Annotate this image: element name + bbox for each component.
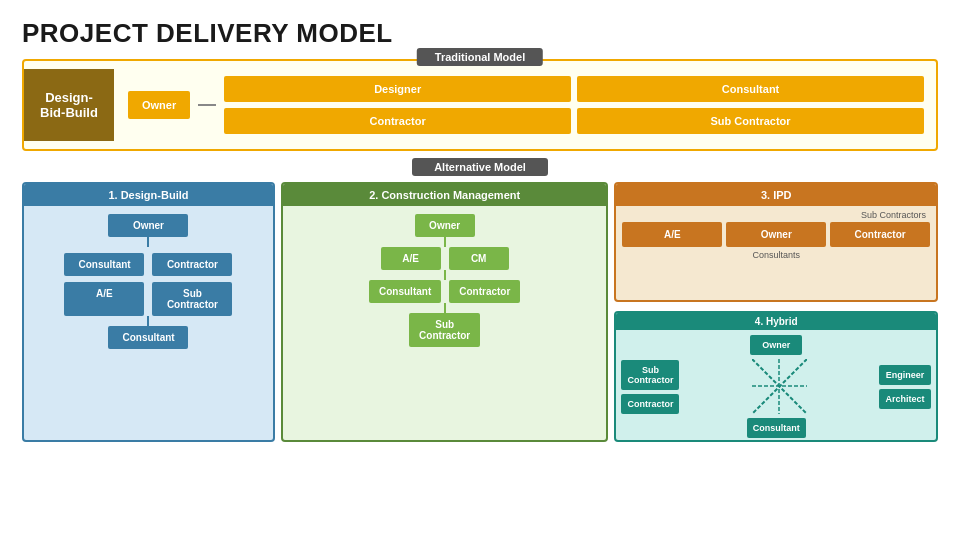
panel-ipd: 3. IPD Sub Contractors A/E Owner Contrac…	[614, 182, 938, 302]
cm-connector-1	[444, 237, 446, 247]
db-row-1: Consultant Contractor	[64, 253, 232, 276]
panel-design-build: 1. Design-Build Owner Consultant Contrac…	[22, 182, 275, 442]
ipd-row-1: A/E Owner Contractor	[622, 222, 930, 247]
hybrid-cross-area	[685, 359, 873, 414]
panel-cm-header: 2. Construction Management	[283, 184, 607, 206]
hybrid-contractor-box: Contractor	[621, 394, 679, 414]
design-bid-build-box: Design-Bid-Build	[24, 69, 114, 141]
cm-row-2: Consultant Contractor	[369, 280, 520, 303]
trad-consultant-box: Consultant	[577, 76, 924, 102]
panel-design-build-header: 1. Design-Build	[24, 184, 273, 206]
hybrid-consultant-row: Consultant	[621, 418, 931, 438]
cm-row-1: A/E CM	[381, 247, 509, 270]
db-connector-1	[147, 237, 149, 247]
traditional-model-label: Traditional Model	[417, 48, 543, 66]
db-bottom-consultant-box: Consultant	[108, 326, 188, 349]
cm-connector-3	[444, 303, 446, 313]
hybrid-header: 4. Hybrid	[616, 313, 936, 330]
cm-contractor-box: Contractor	[449, 280, 520, 303]
trad-right-grid: Designer Consultant Contractor Sub Contr…	[224, 76, 924, 134]
panel-ipd-header: 3. IPD	[616, 184, 936, 206]
db-row-2: A/E Sub Contractor	[64, 282, 232, 316]
cm-ae-box: A/E	[381, 247, 441, 270]
cm-connector-2	[444, 270, 446, 280]
hybrid-layout: Owner Sub Contractor Contractor	[621, 335, 931, 438]
cm-owner-box: Owner	[415, 214, 475, 237]
hybrid-owner-box: Owner	[750, 335, 802, 355]
hybrid-cross-svg	[752, 359, 807, 414]
ipd-consultants-label: Consultants	[622, 250, 930, 260]
hybrid-sub-contractor-box: Sub Contractor	[621, 360, 679, 390]
ipd-ae-box: A/E	[622, 222, 722, 247]
panel-ipd-hybrid-stack: 3. IPD Sub Contractors A/E Owner Contrac…	[614, 182, 938, 442]
db-connector-2	[147, 316, 149, 326]
db-consultant-box: Consultant	[64, 253, 144, 276]
trad-subcontractor-box: Sub Contractor	[577, 108, 924, 134]
hybrid-right-col: Engineer Architect	[879, 365, 931, 409]
panel-cm-body: Owner A/E CM Consultant Contractor Sub C…	[283, 206, 607, 440]
panel-hybrid: 4. Hybrid Owner Sub Contractor Contracto…	[614, 311, 938, 442]
panel-design-build-body: Owner Consultant Contractor A/E Sub Cont…	[24, 206, 273, 440]
db-owner-box: Owner	[108, 214, 188, 237]
panel-construction-mgmt: 2. Construction Management Owner A/E CM …	[281, 182, 609, 442]
ipd-sub-contractors-label: Sub Contractors	[622, 210, 930, 220]
db-contractor-box: Contractor	[152, 253, 232, 276]
hybrid-main-row: Sub Contractor Contractor	[621, 359, 931, 414]
hybrid-consultant-box: Consultant	[747, 418, 806, 438]
trad-owner-box: Owner	[128, 91, 190, 119]
cm-cm-box: CM	[449, 247, 509, 270]
traditional-inner: Owner Designer Consultant Contractor Sub…	[128, 76, 924, 134]
hybrid-architect-box: Architect	[879, 389, 931, 409]
cm-subcontractor-box: Sub Contractor	[409, 313, 480, 347]
ipd-body: Sub Contractors A/E Owner Contractor Con…	[616, 206, 936, 265]
alternative-model-row: Alternative Model	[22, 157, 938, 176]
hybrid-engineer-box: Engineer	[879, 365, 931, 385]
hybrid-left-col: Sub Contractor Contractor	[621, 360, 679, 414]
trad-arrow-1	[198, 104, 216, 106]
trad-contractor-box: Contractor	[224, 108, 571, 134]
hybrid-owner-row: Owner	[621, 335, 931, 355]
bottom-panels: 1. Design-Build Owner Consultant Contrac…	[22, 182, 938, 442]
ipd-owner-box: Owner	[726, 222, 826, 247]
hybrid-body: Owner Sub Contractor Contractor	[616, 330, 936, 442]
db-ae-box: A/E	[64, 282, 144, 316]
ipd-contractor-box: Contractor	[830, 222, 930, 247]
db-subcontractor-box: Sub Contractor	[152, 282, 232, 316]
traditional-model-section: Traditional Model Design-Bid-Build Owner…	[22, 59, 938, 151]
cm-consultant-box: Consultant	[369, 280, 441, 303]
page-title: PROJECT DELIVERY MODEL	[22, 18, 938, 49]
alternative-model-label: Alternative Model	[412, 158, 548, 176]
trad-designer-box: Designer	[224, 76, 571, 102]
